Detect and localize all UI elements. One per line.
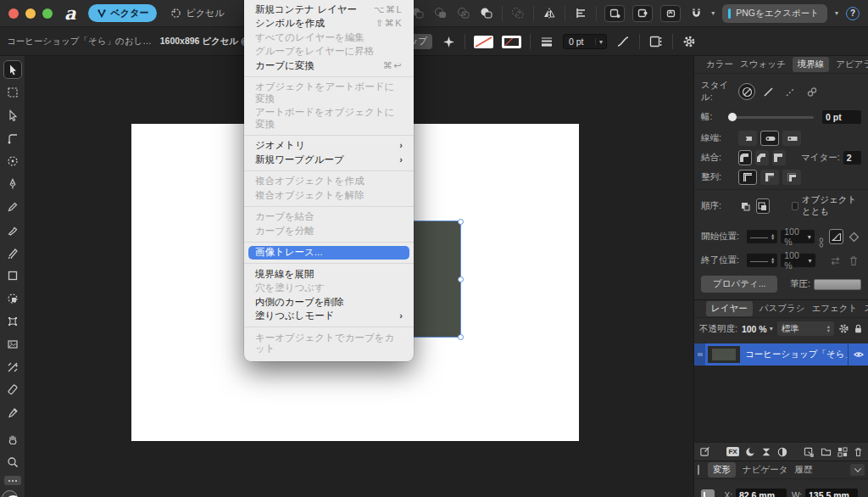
- document-tab[interactable]: コーヒーショップ「そら」のおし…: [0, 36, 160, 47]
- pressure-swatch[interactable]: [814, 279, 861, 290]
- pencil-tool[interactable]: [3, 198, 22, 216]
- adjustment-icon[interactable]: [761, 447, 771, 457]
- style-none-button[interactable]: [738, 83, 755, 100]
- width-value-field[interactable]: 0 pt: [822, 110, 861, 124]
- insert-behind-button[interactable]: [604, 5, 625, 22]
- panel-drag-handle[interactable]: [698, 465, 699, 475]
- snapping-button[interactable]: [688, 6, 704, 21]
- erase-tool[interactable]: [3, 381, 22, 399]
- link-rows-icon[interactable]: [818, 236, 824, 249]
- selection-handle-right-mid[interactable]: [458, 276, 464, 282]
- tab-color[interactable]: カラー: [706, 59, 733, 70]
- export-dropdown-caret[interactable]: ▾: [835, 9, 838, 17]
- selection-handle-bottom-right[interactable]: [458, 334, 464, 340]
- selection-handle-top-right[interactable]: [458, 219, 464, 225]
- style-solid-button[interactable]: [759, 84, 777, 99]
- fill-swatch-none[interactable]: [474, 36, 493, 48]
- mask-icon[interactable]: [745, 447, 755, 457]
- menu-item-fill-mode[interactable]: 塗りつぶしモード›: [244, 310, 414, 324]
- stroke-swatch-none[interactable]: [502, 36, 521, 48]
- anchor-point-selector[interactable]: [701, 489, 715, 497]
- tab-styles[interactable]: スタイル: [864, 303, 868, 315]
- zoom-window-button[interactable]: [42, 8, 53, 19]
- menu-item-geometry[interactable]: ジオメトリ›: [244, 139, 414, 154]
- minimize-window-button[interactable]: [25, 8, 36, 19]
- tab-appearance[interactable]: アピアランス: [836, 59, 868, 70]
- tab-transform[interactable]: 変形: [708, 462, 736, 477]
- end-percent-select[interactable]: 100 %▾: [781, 254, 815, 267]
- properties-button[interactable]: プロパティ...: [701, 276, 777, 293]
- miter-field[interactable]: 2: [843, 151, 861, 165]
- new-group-folder-icon[interactable]: [821, 447, 832, 456]
- tab-navigator[interactable]: ナビゲータ: [743, 464, 787, 476]
- artboard-tool[interactable]: [3, 83, 22, 102]
- lock-icon[interactable]: [854, 323, 863, 334]
- blend-mode-select[interactable]: 標準▴▾: [777, 321, 834, 336]
- pen-tool[interactable]: [3, 175, 22, 193]
- cap-square-button[interactable]: [782, 131, 801, 146]
- corner-tool[interactable]: [3, 129, 22, 148]
- insert-on-top-button[interactable]: [660, 5, 681, 22]
- shape-tool[interactable]: [3, 289, 22, 308]
- cap-round-button[interactable]: [760, 131, 779, 146]
- style-texture-button[interactable]: [803, 84, 821, 99]
- delete-layer-trash-icon[interactable]: [854, 447, 863, 457]
- edit-all-layers-icon[interactable]: [699, 446, 710, 457]
- picture-frame-tool[interactable]: [3, 335, 22, 354]
- width-slider[interactable]: [728, 116, 814, 119]
- new-pattern-layer-icon[interactable]: [837, 447, 848, 457]
- close-window-button[interactable]: [8, 8, 19, 19]
- tab-layers[interactable]: レイヤー: [706, 301, 753, 316]
- node-tool[interactable]: [3, 106, 22, 125]
- color-picker-tool[interactable]: [3, 404, 22, 422]
- align-inside-button[interactable]: [760, 170, 779, 185]
- start-percent-select[interactable]: 100 %▾: [781, 230, 814, 243]
- mesh-warp-tool[interactable]: [3, 312, 22, 331]
- fx-button[interactable]: FX: [726, 447, 738, 456]
- menu-item-new-container-layer[interactable]: 新規コンテナ レイヤー⌥⌘L: [244, 3, 414, 17]
- style-dash-button[interactable]: [781, 84, 799, 99]
- export-png-button[interactable]: PNGをエクスポート: [722, 4, 827, 23]
- tab-history[interactable]: 履歴: [794, 464, 812, 476]
- x-field[interactable]: 82.6 mm: [736, 489, 787, 497]
- align-center-button[interactable]: [738, 170, 757, 185]
- live-filter-icon[interactable]: [777, 447, 787, 457]
- end-line-style-select[interactable]: ——▴▾: [747, 254, 777, 267]
- move-tool[interactable]: [3, 60, 22, 79]
- stroke-width-input[interactable]: 0 pt ▾: [563, 34, 607, 49]
- join-round-button[interactable]: [738, 150, 752, 165]
- link-dimensions-toggle[interactable]: [864, 487, 868, 497]
- style-pickup-button[interactable]: [441, 34, 456, 49]
- join-miter-button[interactable]: [772, 150, 786, 165]
- panel-menu-button[interactable]: [850, 464, 865, 476]
- transform-point-tool[interactable]: [3, 358, 22, 377]
- scale-with-object-button[interactable]: [648, 34, 664, 49]
- settings-button[interactable]: [682, 34, 697, 49]
- more-tools-button[interactable]: [4, 476, 21, 485]
- persona-pixel[interactable]: ピクセル: [162, 4, 232, 22]
- menu-item-convert-to-curves[interactable]: カーブに変換⌘↩: [244, 59, 414, 73]
- layer-grip[interactable]: [694, 343, 705, 366]
- paint-brush-tool[interactable]: [3, 243, 22, 262]
- rectangle-tool[interactable]: [3, 266, 22, 285]
- persona-vector[interactable]: ベクター: [88, 4, 158, 22]
- order-behind-button[interactable]: [738, 198, 753, 214]
- scale-with-object-checkbox[interactable]: [792, 202, 798, 210]
- vector-brush-tool[interactable]: [3, 221, 22, 239]
- point-transform-tool[interactable]: [3, 152, 22, 170]
- boolean-combine-button[interactable]: [479, 6, 494, 21]
- alignment-button[interactable]: [573, 6, 588, 21]
- width-slider-knob[interactable]: [728, 113, 737, 121]
- insert-inside-button[interactable]: [632, 5, 653, 22]
- snapping-dropdown-caret[interactable]: ▾: [711, 9, 715, 17]
- start-line-style-select[interactable]: ——▴▾: [747, 230, 777, 243]
- flip-horizontal-button[interactable]: [542, 6, 557, 21]
- opacity-select[interactable]: 100 %▾: [742, 324, 773, 334]
- menu-item-image-trace[interactable]: 画像トレース...: [248, 246, 409, 260]
- tab-stroke[interactable]: 境界線: [793, 57, 830, 72]
- help-button[interactable]: ?: [846, 7, 860, 20]
- tab-swatches[interactable]: スウォッチ: [740, 59, 786, 70]
- tab-path-brushes[interactable]: パスブラシ: [760, 303, 805, 315]
- profile-diamond-button[interactable]: [847, 229, 861, 244]
- fill-stroke-wells[interactable]: [2, 490, 24, 497]
